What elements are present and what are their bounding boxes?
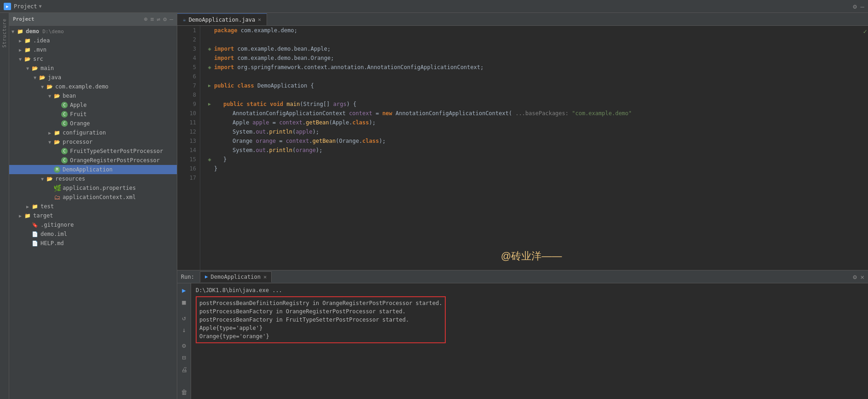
fn-getbean-2: getBean — [312, 136, 336, 146]
tree-item-demo[interactable]: ▼ 📁 demo D:\demo — [9, 27, 177, 36]
sidebar-gear-icon[interactable]: ⚙ — [163, 16, 167, 23]
chevron-right-icon: ▶ — [17, 213, 24, 218]
fn-println-2: println — [269, 146, 293, 155]
line-num-2: 2 — [181, 35, 196, 44]
title-bar-dropdown-icon[interactable]: ▼ — [39, 4, 42, 9]
tree-label-target: target — [33, 212, 53, 219]
line-num-3: 3 — [181, 44, 196, 53]
editor-tab-demoapplication[interactable]: ☕ DemoApplication.java ✕ — [177, 13, 267, 25]
tree-item-com-example-demo[interactable]: ▼ 📂 com.example.demo — [9, 82, 177, 91]
chevron-down-icon: ▼ — [17, 57, 24, 62]
tree-label-resources: resources — [55, 176, 85, 182]
tree-item-apple[interactable]: C Apple — [9, 100, 177, 110]
tree-item-processor[interactable]: ▼ 📂 processor — [9, 137, 177, 147]
tree-item-appcontext[interactable]: 🗂 applicationContext.xml — [9, 193, 177, 202]
var-orange: orange — [256, 136, 276, 146]
props-icon: 🌿 — [53, 184, 61, 192]
line-num-14: 14 — [181, 146, 196, 155]
type-system-2: System — [233, 146, 252, 155]
tree-item-target[interactable]: ▶ 📁 target — [9, 211, 177, 220]
play-button[interactable]: ▶ — [179, 285, 189, 295]
type-apple: Apple — [233, 118, 249, 127]
bottom-tab-demoapplication[interactable]: ▶ DemoApplication ✕ — [200, 271, 272, 282]
brace-close-1: } — [223, 155, 227, 164]
bottom-gear-icon[interactable]: ⚙ — [853, 273, 856, 281]
folder-open-icon: 📂 — [46, 83, 53, 90]
tree-label-gitignore: .gitignore — [41, 222, 74, 228]
folder-open-icon: 📂 — [31, 65, 39, 72]
kw-import-2: import — [214, 53, 234, 63]
output-line-3: postProcessBeanFactory in FruitTypeSette… — [199, 316, 442, 324]
tree-label-fruittype: FruitTypeSetterPostProcessor — [70, 148, 163, 154]
bottom-close-icon[interactable]: ✕ — [861, 273, 864, 281]
iml-icon: 📄 — [31, 230, 39, 238]
kw-class-1: class — [352, 118, 369, 127]
sidebar-add-icon[interactable]: ⊕ — [144, 16, 148, 23]
title-bar-btn-gear[interactable]: ⚙ — [853, 3, 856, 10]
tree-item-mvn[interactable]: ▶ 📁 .mvn — [9, 45, 177, 54]
tree-item-orangereg[interactable]: C OrangeRegisterPostProcessor — [9, 156, 177, 165]
line-num-5: 5 — [181, 63, 196, 72]
tree-item-gitignore[interactable]: 🔖 .gitignore — [9, 220, 177, 229]
bottom-tab-close-icon[interactable]: ✕ — [263, 274, 267, 280]
stop-button[interactable]: ■ — [179, 297, 189, 307]
trash-button[interactable]: 🗑 — [179, 387, 189, 397]
code-area[interactable]: package com.example.demo; ◈ import com.e… — [200, 26, 862, 270]
chevron-down-icon: ▼ — [46, 140, 53, 145]
editor-tabs: ☕ DemoApplication.java ✕ — [177, 13, 868, 26]
output-line-1: postProcessBeanDefinitionRegistry in Ora… — [199, 299, 442, 307]
kw-void: void — [270, 100, 283, 109]
chevron-down-icon: ▼ — [39, 176, 46, 182]
tree-item-src[interactable]: ▼ 📂 src — [9, 54, 177, 64]
sidebar-header: Project ⊕ ≡ ⇌ ⚙ — — [9, 13, 177, 26]
sidebar-minimize-icon[interactable]: — — [169, 16, 173, 23]
code-line-7: ▶ public class DemoApplication { — [205, 81, 862, 90]
title-bar-btn-minimize[interactable]: — — [861, 3, 864, 10]
tab-close-icon[interactable]: ✕ — [258, 17, 261, 23]
gutter-7: ▶ — [205, 81, 214, 90]
code-line-1: package com.example.demo; — [205, 26, 862, 35]
var-apple: apple — [252, 118, 269, 127]
tree-item-main[interactable]: ▼ 📂 main — [9, 64, 177, 73]
run-output[interactable]: D:\JDK1.8\bin\java.exe ... postProcessBe… — [191, 283, 868, 399]
chevron-down-icon: ▼ — [39, 84, 46, 89]
line-num-17: 17 — [181, 173, 196, 182]
fold-button[interactable]: ⊟ — [179, 352, 189, 363]
title-bar-controls: ⚙ — — [853, 3, 864, 10]
code-line-14: System.out.println(orange); — [205, 146, 862, 155]
tree-item-demoapplication[interactable]: M DemoApplication — [9, 165, 177, 174]
var-orange3: orange — [296, 146, 315, 155]
classname: DemoApplication — [257, 81, 307, 90]
tree-item-fruit[interactable]: C Fruit — [9, 110, 177, 119]
bottom-toolbar: ▶ ■ ↺ ↓ ⚙ ⊟ 🖨 🗑 — [177, 283, 191, 399]
kw-class-2: class — [362, 136, 379, 146]
type-string: String — [303, 100, 323, 109]
rerun-button[interactable]: ↺ — [179, 313, 189, 323]
tree-item-test[interactable]: ▶ 📁 test — [9, 202, 177, 211]
tree-item-configuration[interactable]: ▶ 📁 configuration — [9, 128, 177, 137]
sidebar-sync-icon[interactable]: ⇌ — [157, 16, 161, 23]
chevron-right-icon: ▶ — [17, 38, 24, 43]
tree-item-orange[interactable]: C Orange — [9, 119, 177, 128]
code-line-5: ◈ import org.springframework.context.ann… — [205, 63, 862, 72]
tree-item-idea[interactable]: ▶ 📁 .idea — [9, 36, 177, 45]
import-apple: com.example.demo.bean.Apple — [238, 44, 327, 53]
tree-item-bean[interactable]: ▼ 📂 bean — [9, 91, 177, 100]
tree-item-appprops[interactable]: 🌿 application.properties — [9, 183, 177, 193]
tree-item-demoixml[interactable]: 📄 demo.iml — [9, 229, 177, 239]
tree-item-helpmd[interactable]: 📄 HELP.md — [9, 239, 177, 248]
tree-item-java[interactable]: ▼ 📂 java — [9, 73, 177, 82]
folder-open-icon: 📂 — [53, 92, 61, 100]
main-layout: Structure Project ⊕ ≡ ⇌ ⚙ — ▼ 📁 demo D:\… — [0, 13, 868, 399]
settings-button[interactable]: ⚙ — [179, 340, 189, 351]
tree-item-fruittype[interactable]: C FruitTypeSetterPostProcessor — [9, 147, 177, 156]
tree-label-demo: demo D:\demo — [26, 28, 64, 35]
sidebar-header-icons: ⊕ ≡ ⇌ ⚙ — — [144, 16, 173, 23]
tree-item-resources[interactable]: ▼ 📂 resources — [9, 174, 177, 183]
sidebar-equalizer-icon[interactable]: ≡ — [151, 16, 154, 23]
code-line-17 — [205, 173, 862, 182]
scroll-down-button[interactable]: ↓ — [179, 325, 189, 335]
print-button[interactable]: 🖨 — [179, 364, 189, 375]
bottom-controls: ⚙ ✕ — [853, 273, 864, 281]
kw-import-1: import — [214, 44, 234, 53]
